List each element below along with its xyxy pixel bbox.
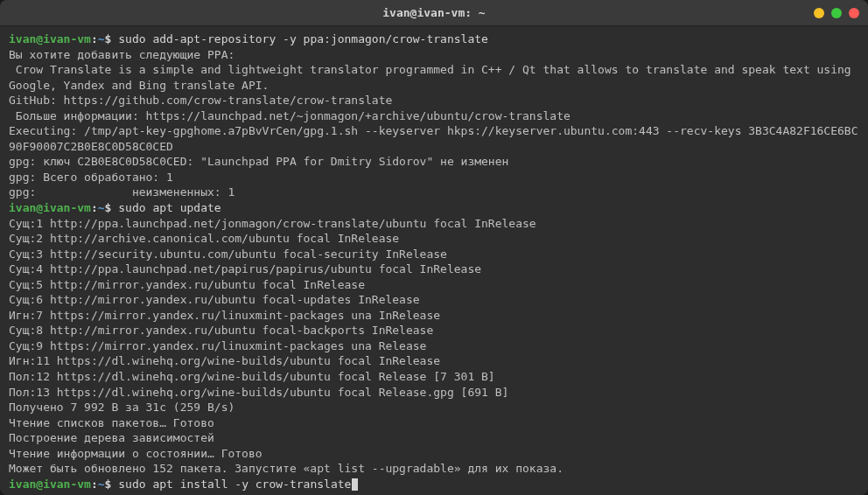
output-line: Сущ:1 http://ppa.launchpad.net/jonmagon/… — [9, 216, 859, 232]
minimize-icon[interactable] — [814, 8, 824, 18]
output-line: gpg: ключ C2B0E8C0D58C0CED: "Launchpad P… — [9, 154, 859, 170]
prompt-path: ~ — [98, 478, 105, 491]
prompt-dollar: $ — [105, 32, 119, 45]
prompt-line: ivan@ivan-vm:~$ sudo apt update — [9, 200, 859, 216]
output-line: Сущ:4 http://ppa.launchpad.net/papirus/p… — [9, 261, 859, 277]
prompt-at: @ — [36, 478, 43, 491]
prompt-at: @ — [36, 32, 43, 45]
output-line: Сущ:8 http://mirror.yandex.ru/ubuntu foc… — [9, 323, 859, 338]
output-line: Сущ:9 https://mirror.yandex.ru/linuxmint… — [9, 338, 859, 354]
output-line: Получено 7 992 B за 31с (259 B/s) — [9, 400, 859, 415]
terminal-area[interactable]: ivan@ivan-vm:~$ sudo add-apt-repository … — [0, 26, 868, 495]
output-line: Может быть обновлено 152 пакета. Запусти… — [9, 461, 859, 477]
output-line: gpg: неизмененных: 1 — [9, 185, 859, 200]
prompt-host: ivan-vm — [43, 201, 91, 214]
output-line: GitHub: https://github.com/crow-translat… — [9, 93, 859, 108]
prompt-user: ivan — [9, 32, 36, 45]
output-line: Сущ:6 http://mirror.yandex.ru/ubuntu foc… — [9, 292, 859, 308]
output-line: Пол:13 https://dl.winehq.org/wine-builds… — [9, 385, 859, 401]
output-line: Игн:7 https://mirror.yandex.ru/linuxmint… — [9, 308, 859, 324]
output-line: Сущ:3 http://security.ubuntu.com/ubuntu … — [9, 247, 859, 262]
close-icon[interactable] — [849, 8, 859, 18]
prompt-colon: : — [91, 201, 98, 214]
command-text: sudo apt update — [118, 201, 220, 214]
maximize-icon[interactable] — [831, 8, 842, 18]
prompt-dollar: $ — [105, 201, 119, 214]
output-line: Построение дерева зависимостей — [9, 430, 859, 446]
prompt-path: ~ — [98, 201, 105, 214]
prompt-user: ivan — [9, 478, 36, 491]
output-line: Executing: /tmp/apt-key-gpghome.a7pBvVrC… — [9, 123, 859, 154]
titlebar[interactable]: ivan@ivan-vm: ~ — [0, 0, 868, 26]
output-line: Crow Translate is a simple and lightweig… — [9, 62, 859, 93]
command-text: sudo apt install -y crow-translate — [118, 478, 351, 491]
output-line: Больше информации: https://launchpad.net… — [9, 108, 859, 124]
output-line: Пол:12 https://dl.winehq.org/wine-builds… — [9, 369, 859, 385]
window-title: ivan@ivan-vm: ~ — [382, 5, 485, 21]
cursor-icon — [352, 478, 358, 491]
prompt-at: @ — [36, 201, 43, 214]
prompt-dollar: $ — [105, 478, 119, 491]
prompt-colon: : — [91, 32, 98, 45]
window-controls — [814, 8, 859, 18]
terminal-window: ivan@ivan-vm: ~ ivan@ivan-vm:~$ sudo add… — [0, 0, 868, 495]
output-line: Игн:11 https://dl.winehq.org/wine-builds… — [9, 353, 859, 369]
prompt-user: ivan — [9, 201, 36, 214]
output-line: Вы хотите добавить следующие PPA: — [9, 47, 859, 63]
prompt-host: ivan-vm — [43, 32, 91, 45]
prompt-colon: : — [91, 478, 98, 491]
prompt-host: ivan-vm — [43, 478, 91, 491]
output-line: Чтение информации о состоянии… Готово — [9, 446, 859, 462]
prompt-line: ivan@ivan-vm:~$ sudo add-apt-repository … — [9, 31, 859, 47]
output-line: gpg: Всего обработано: 1 — [9, 170, 859, 185]
command-text: sudo add-apt-repository -y ppa:jonmagon/… — [118, 32, 488, 45]
prompt-path: ~ — [98, 32, 105, 45]
output-line: Сущ:5 http://mirror.yandex.ru/ubuntu foc… — [9, 277, 859, 293]
output-line: Чтение списков пакетов… Готово — [9, 415, 859, 431]
prompt-line: ivan@ivan-vm:~$ sudo apt install -y crow… — [9, 477, 859, 492]
output-line: Сущ:2 http://archive.canonical.com/ubunt… — [9, 231, 859, 247]
